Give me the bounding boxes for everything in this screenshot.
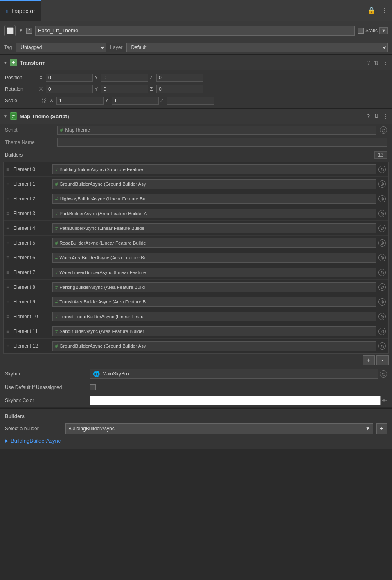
position-x-input[interactable] (46, 74, 93, 82)
element-target-btn-8[interactable]: ◎ (378, 283, 386, 291)
rotation-z-input[interactable] (156, 85, 203, 93)
use-default-label: Use Default If Unassigned (5, 384, 87, 390)
drag-handle[interactable]: ≡ (6, 211, 9, 216)
element-target-btn-4[interactable]: ◎ (378, 225, 386, 232)
drag-handle[interactable]: ≡ (6, 166, 9, 172)
element-text-10: TransitLinearBuilderAsync (Linear Featu (59, 314, 143, 319)
drag-handle[interactable]: ≡ (6, 196, 9, 202)
element-hash-0: # (55, 167, 58, 172)
use-default-checkbox[interactable] (90, 384, 96, 390)
tag-select[interactable]: Untagged (16, 43, 106, 52)
tab-title: Inspector (11, 8, 35, 14)
scale-z-input[interactable] (167, 97, 214, 105)
map-theme-actions: ? ⇅ ⋮ (367, 113, 389, 119)
layer-select[interactable]: Default (126, 43, 388, 52)
map-theme-icon: # (10, 112, 17, 120)
element-target-btn-7[interactable]: ◎ (378, 269, 386, 276)
tree-item-building-builder[interactable]: ▶ BuildingBuilderAsync (0, 436, 392, 446)
table-row: ≡ Element 0 # BuildingBuilderAsync (Stru… (4, 162, 388, 177)
expand-arrow[interactable]: ▼ (19, 28, 23, 33)
remove-element-button[interactable]: - (376, 355, 389, 365)
transform-section-header: ▼ ✦ Transform ? ⇅ ⋮ (0, 55, 392, 70)
select-builder-label: Select a builder (5, 426, 62, 432)
skybox-target-btn[interactable]: ◎ (380, 370, 387, 378)
builder-dropdown[interactable]: BuildingBuilderAsync ▼ (65, 423, 373, 434)
element-label-4: Element 4 (13, 225, 50, 231)
map-theme-settings-icon[interactable]: ⇅ (374, 113, 379, 119)
scale-x-input[interactable] (56, 97, 104, 105)
element-hash-6: # (55, 255, 58, 260)
transform-settings-icon[interactable]: ⇅ (374, 59, 379, 66)
element-target-btn-1[interactable]: ◎ (378, 180, 386, 188)
drag-handle[interactable]: ≡ (6, 299, 9, 305)
drag-handle[interactable]: ≡ (6, 225, 9, 231)
rotation-y-input[interactable] (101, 85, 148, 93)
element-target-btn-2[interactable]: ◎ (378, 195, 386, 202)
element-hash-9: # (55, 299, 58, 304)
object-enabled-checkbox[interactable]: ✓ (26, 28, 32, 34)
static-checkbox[interactable] (358, 28, 364, 34)
more-icon[interactable]: ⋮ (381, 7, 388, 14)
skybox-color-picker[interactable] (90, 396, 381, 405)
object-name-input[interactable] (35, 26, 355, 36)
element-target-btn-0[interactable]: ◎ (378, 166, 386, 173)
drag-handle[interactable]: ≡ (6, 181, 9, 187)
add-element-button[interactable]: + (363, 355, 375, 365)
lock-icon[interactable]: 🔒 (367, 7, 376, 14)
layer-label: Layer (110, 45, 122, 50)
rotation-x-input[interactable] (46, 85, 93, 93)
element-target-btn-11[interactable]: ◎ (378, 328, 386, 335)
drag-handle[interactable]: ≡ (6, 314, 9, 319)
drag-handle[interactable]: ≡ (6, 255, 9, 261)
element-target-btn-9[interactable]: ◎ (378, 298, 386, 306)
element-hash-1: # (55, 182, 58, 187)
script-target-btn[interactable]: ◎ (380, 126, 387, 134)
inspector-tab[interactable]: ℹ Inspector (0, 0, 41, 21)
element-hash-2: # (55, 196, 58, 201)
drag-handle[interactable]: ≡ (6, 270, 9, 275)
element-target-btn-5[interactable]: ◎ (378, 239, 386, 247)
transform-help-icon[interactable]: ? (367, 59, 370, 66)
builder-add-button[interactable]: + (376, 423, 387, 434)
element-hash-8: # (55, 285, 58, 290)
map-theme-help-icon[interactable]: ? (367, 113, 370, 119)
rotation-label: Rotation (5, 86, 38, 92)
element-text-4: PathBuilderAsync (Linear Feature Builde (59, 226, 144, 231)
theme-name-input[interactable] (57, 138, 387, 147)
transform-more-icon[interactable]: ⋮ (383, 59, 389, 66)
tag-label: Tag (4, 45, 12, 50)
drag-handle[interactable]: ≡ (6, 284, 9, 290)
script-field-label: Script (5, 127, 54, 133)
table-row: ≡ Element 4 # PathBuilderAsync (Linear F… (4, 221, 388, 236)
script-row: Script # MapTheme ◎ (0, 124, 392, 136)
element-target-btn-6[interactable]: ◎ (378, 254, 386, 261)
drag-handle[interactable]: ≡ (6, 240, 9, 246)
scale-x-label: X (50, 98, 55, 103)
element-target-btn-3[interactable]: ◎ (378, 210, 386, 217)
position-z-input[interactable] (156, 74, 203, 82)
map-theme-collapse[interactable]: ▼ (3, 114, 7, 119)
element-value-7: # WaterLinearBuilderAsync (Linear Featur… (52, 268, 376, 277)
skybox-color-edit-icon[interactable]: ✏ (382, 397, 387, 404)
builders-label: Builders (5, 152, 374, 158)
static-dropdown[interactable]: ▼ (379, 27, 388, 34)
script-name: MapTheme (65, 127, 90, 133)
table-row: ≡ Element 1 # GroundBuilderAsync (Ground… (4, 177, 388, 191)
element-target-btn-12[interactable]: ◎ (378, 342, 386, 350)
element-target-btn-10[interactable]: ◎ (378, 313, 386, 320)
skybox-row: Skybox 🌐 MainSkyBox ◎ (0, 367, 392, 381)
skybox-value: 🌐 MainSkyBox (90, 369, 378, 379)
rotation-y-label: Y (95, 86, 99, 92)
element-value-0: # BuildingBuilderAsync (Structure Featur… (52, 164, 376, 174)
element-text-0: BuildingBuilderAsync (Structure Feature (59, 167, 143, 172)
drag-handle[interactable]: ≡ (6, 343, 9, 349)
drag-handle[interactable]: ≡ (6, 328, 9, 334)
builder-dropdown-value: BuildingBuilderAsync (68, 426, 115, 432)
scale-link-icon[interactable]: ⛓ (41, 97, 47, 104)
scale-y-input[interactable] (112, 97, 159, 105)
element-hash-11: # (55, 329, 58, 334)
map-theme-more-icon[interactable]: ⋮ (383, 113, 389, 119)
select-builder-row: Select a builder BuildingBuilderAsync ▼ … (0, 422, 392, 436)
position-y-input[interactable] (101, 74, 148, 82)
transform-collapse[interactable]: ▼ (3, 61, 7, 65)
